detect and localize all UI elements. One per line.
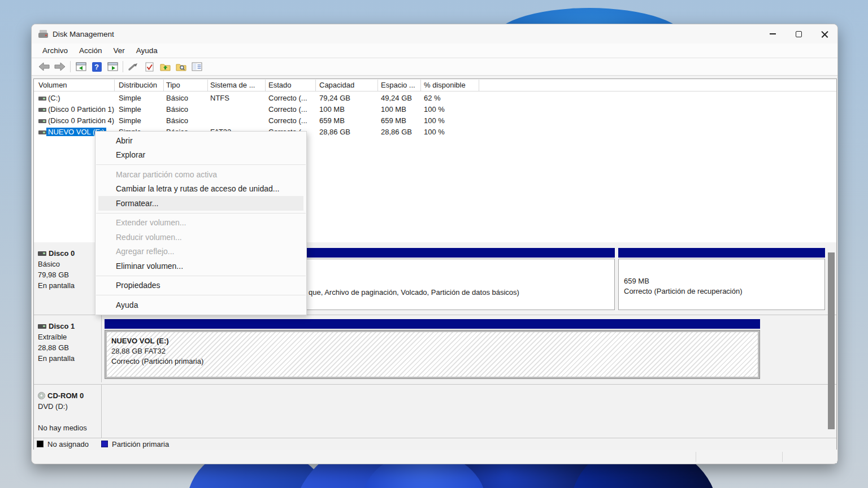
- menubar: Archivo Acción Ver Ayuda: [32, 43, 837, 58]
- minimize-button[interactable]: [760, 24, 785, 43]
- menu-item-reducir: Reducir volumen...: [96, 230, 306, 245]
- window-title: Disk Management: [53, 30, 114, 38]
- legend-bar: No asignado Partición primaria: [34, 438, 836, 450]
- disk-name: Disco 0: [49, 248, 75, 259]
- volume-icon: [38, 130, 46, 134]
- forward-icon: [54, 62, 66, 71]
- export-button[interactable]: [157, 59, 173, 74]
- maximize-icon: [796, 31, 802, 37]
- table-row[interactable]: (Disco 0 Partición 1) Simple Básico Corr…: [34, 104, 836, 115]
- partition-status-text: que, Archivo de paginación, Volcado, Par…: [309, 287, 519, 298]
- menu-accion[interactable]: Acción: [74, 45, 107, 56]
- close-icon: [821, 30, 828, 38]
- show-tree-icon: [76, 62, 86, 71]
- menu-item-ayuda[interactable]: Ayuda: [96, 298, 306, 312]
- menu-item-eliminar[interactable]: Eliminar volumen...: [96, 259, 306, 273]
- back-icon: [38, 62, 50, 71]
- menu-separator: [96, 276, 306, 276]
- col-volumen[interactable]: Volumen: [38, 81, 67, 89]
- volume-icon: [38, 108, 46, 112]
- context-menu: Abrir Explorar Marcar partición como act…: [95, 131, 307, 315]
- partition-label: NUEVO VOL (E:): [111, 337, 169, 345]
- menu-item-explorar[interactable]: Explorar: [96, 148, 306, 163]
- partition-strip: [618, 248, 825, 258]
- legend-swatch-primary: [101, 441, 108, 447]
- menu-separator: [96, 295, 306, 295]
- menu-item-formatear[interactable]: Formatear...: [98, 196, 303, 211]
- menu-item-propiedades[interactable]: Propiedades: [96, 278, 306, 293]
- menu-item-agregar-reflejo: Agregar reflejo...: [96, 245, 306, 259]
- legend-label: Partición primaria: [112, 440, 169, 448]
- find-icon: [176, 62, 186, 71]
- disk-label-cdrom0[interactable]: CD-ROM 0 DVD (D:) No hay medios: [34, 385, 102, 438]
- partition-strip: [105, 319, 760, 329]
- check-disk-button[interactable]: [141, 59, 157, 74]
- col-sistema[interactable]: Sistema de ...: [210, 81, 255, 89]
- show-console-tree-button[interactable]: [73, 59, 89, 74]
- properties-icon: [192, 62, 202, 71]
- cd-icon: [38, 392, 45, 399]
- app-icon: [38, 30, 48, 38]
- disk-name: CD-ROM 0: [47, 390, 84, 401]
- disk-row-disco1: Disco 1 Extraíble 28,88 GB En pantalla N…: [34, 315, 836, 382]
- disk-name: Disco 1: [49, 321, 75, 332]
- show-action-pane-button[interactable]: [105, 59, 120, 74]
- partition-recovery[interactable]: 659 MB Correcto (Partición de recuperaci…: [618, 248, 825, 310]
- col-tipo[interactable]: Tipo: [166, 81, 180, 89]
- menu-archivo[interactable]: Archivo: [37, 45, 73, 56]
- disk-row-cdrom0: CD-ROM 0 DVD (D:) No hay medios: [34, 384, 836, 438]
- menu-item-cambiar-letra[interactable]: Cambiar la letra y rutas de acceso de un…: [96, 182, 306, 197]
- menu-ver[interactable]: Ver: [108, 45, 130, 56]
- menu-separator: [96, 164, 306, 165]
- col-capacidad[interactable]: Capacidad: [319, 81, 354, 89]
- statusbar: [33, 451, 837, 463]
- menu-item-extender: Extender volumen...: [96, 216, 306, 230]
- export-icon: [160, 62, 171, 71]
- toolbar-separator: [70, 61, 71, 72]
- vertical-scrollbar[interactable]: [828, 252, 835, 429]
- disk-icon: [38, 324, 46, 329]
- legend-swatch-unallocated: [37, 441, 44, 447]
- minimize-icon: [770, 33, 776, 34]
- col-disponible[interactable]: % disponible: [424, 81, 466, 89]
- disk-label-disco1[interactable]: Disco 1 Extraíble 28,88 GB En pantalla: [34, 315, 102, 382]
- table-row[interactable]: (C:) Simple Básico NTFS Correcto (... 79…: [34, 93, 836, 104]
- table-row[interactable]: (Disco 0 Partición 4) Simple Básico Corr…: [34, 115, 836, 127]
- menu-ayuda[interactable]: Ayuda: [131, 45, 163, 56]
- check-disk-icon: [145, 62, 154, 72]
- close-button[interactable]: [811, 24, 837, 43]
- attach-vhd-button[interactable]: [125, 59, 141, 74]
- volume-icon: [38, 97, 46, 101]
- help-icon: ?: [92, 62, 102, 72]
- volume-list-header: Volumen Distribución Tipo Sistema de ...…: [34, 79, 836, 91]
- disk-icon: [38, 251, 46, 256]
- disk-label-disco0[interactable]: Disco 0 Básico 79,98 GB En pantalla: [34, 242, 102, 313]
- toolbar-separator: [123, 61, 123, 72]
- show-action-pane-icon: [107, 62, 118, 71]
- row-volume: (C:): [48, 94, 60, 102]
- titlebar[interactable]: Disk Management: [32, 24, 837, 43]
- forward-button[interactable]: [52, 59, 68, 74]
- maximize-button[interactable]: [785, 24, 811, 43]
- volume-icon: [38, 119, 46, 123]
- col-estado[interactable]: Estado: [268, 81, 291, 89]
- menu-separator: [96, 213, 306, 213]
- col-espacio[interactable]: Espacio ...: [381, 81, 415, 89]
- toolbar: ?: [32, 58, 837, 76]
- menu-item-marcar-particion: Marcar partición como activa: [96, 167, 306, 182]
- menu-item-abrir[interactable]: Abrir: [96, 133, 306, 148]
- properties-button[interactable]: [189, 59, 205, 74]
- partition-nuevo-vol[interactable]: NUEVO VOL (E:) 28,88 GB FAT32 Correcto (…: [105, 319, 760, 379]
- legend-label: No asignado: [47, 440, 89, 448]
- back-button[interactable]: [36, 59, 52, 74]
- find-button[interactable]: [173, 59, 189, 74]
- help-button[interactable]: ?: [89, 59, 105, 74]
- attach-vhd-icon: [128, 62, 139, 71]
- col-distribucion[interactable]: Distribución: [119, 81, 157, 89]
